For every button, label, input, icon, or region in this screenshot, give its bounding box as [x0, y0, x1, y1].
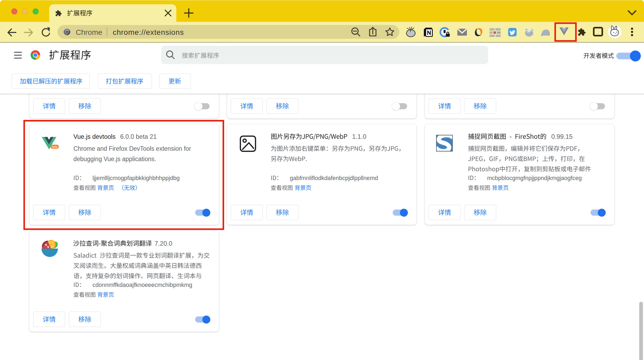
- svg-text:0.99.15: 0.99.15: [551, 133, 572, 140]
- svg-text:cdonnmffkdaoajfknoeeecmchibpmk: cdonnmffkdaoajfknoeeecmchibpmkmg: [93, 282, 192, 288]
- svg-text:7.20.0: 7.20.0: [154, 240, 172, 247]
- svg-text:gabfmnliflodkdafenbcpjdlppllne: gabfmnliflodkdafenbcpjdlppllnemd: [290, 175, 378, 181]
- svg-text:chrome://extensions: chrome://extensions: [113, 28, 184, 36]
- svg-text:Chrome: Chrome: [76, 28, 102, 36]
- svg-text:mcbpblocgmgfnpjjppndjkmgjaogfc: mcbpblocgmgfnpjjppndjkmgjaogfceg: [487, 175, 582, 181]
- svg-text:1.1.0: 1.1.0: [352, 133, 366, 140]
